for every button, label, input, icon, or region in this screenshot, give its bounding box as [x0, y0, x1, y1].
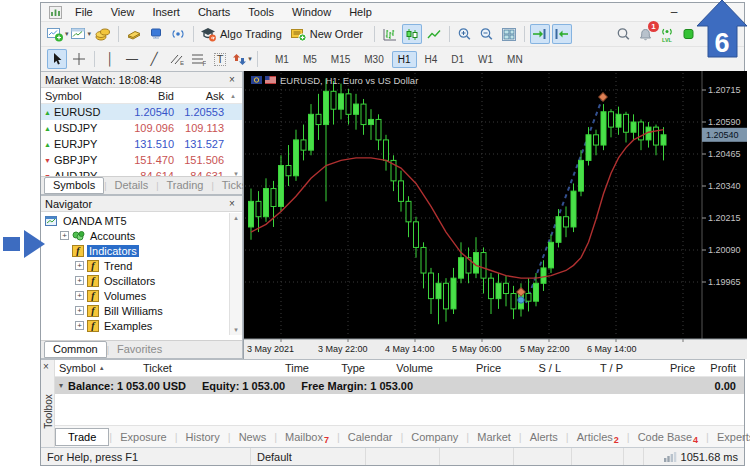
tab-experts[interactable]: Experts: [709, 428, 750, 446]
market-watch-row-eurusd[interactable]: ▲EURUSD1.205401.20553: [41, 104, 242, 120]
trendline-icon[interactable]: ╱: [144, 49, 164, 69]
bar-chart-icon[interactable]: [380, 24, 400, 44]
tab-trade[interactable]: Trade: [55, 428, 109, 446]
expand-icon[interactable]: +: [75, 306, 84, 315]
new-order-label[interactable]: New Order: [310, 28, 363, 40]
equidistant-channel-icon[interactable]: E: [166, 49, 186, 69]
tab-trading[interactable]: Trading: [159, 178, 212, 193]
timeframe-d1[interactable]: D1: [445, 51, 470, 68]
close-icon[interactable]: ×: [43, 361, 49, 372]
tab-symbols[interactable]: Symbols: [44, 177, 104, 194]
market-watch-scrollbar[interactable]: ▾: [230, 104, 242, 178]
column-ask[interactable]: Ask: [177, 90, 227, 102]
column-time[interactable]: Time: [229, 362, 317, 374]
balance-row[interactable]: ▾ Balance: 1 053.00 USD Equity: 1 053.00…: [55, 377, 744, 394]
column-profit[interactable]: Profit: [703, 362, 744, 374]
market-watch-row-audjpy[interactable]: ▼AUDJPY84.61484.631: [41, 168, 242, 176]
zoom-in-icon[interactable]: [455, 24, 475, 44]
status-profile[interactable]: Default: [251, 448, 366, 465]
expand-icon[interactable]: +: [75, 276, 84, 285]
algo-trading-label[interactable]: Algo Trading: [220, 28, 282, 40]
new-chart-button[interactable]: ▾: [47, 24, 69, 44]
new-order-button[interactable]: New Order: [290, 24, 369, 44]
close-icon[interactable]: ×: [226, 74, 238, 85]
market-watch-row-gbpjpy[interactable]: ▼GBPJPY151.470151.506: [41, 152, 242, 168]
line-chart-icon[interactable]: [424, 24, 444, 44]
data-window-icon[interactable]: [146, 24, 166, 44]
horizontal-line-icon[interactable]: —: [122, 49, 142, 69]
timeframe-mn[interactable]: MN: [501, 51, 529, 68]
crosshair-icon[interactable]: [69, 49, 89, 69]
notifications-bell-icon[interactable]: 1: [635, 24, 655, 44]
menu-tools[interactable]: Tools: [239, 4, 283, 20]
timeframe-h4[interactable]: H4: [419, 51, 444, 68]
scroll-down-icon[interactable]: ▾: [230, 326, 242, 334]
tab-details[interactable]: Details: [107, 178, 157, 193]
menu-help[interactable]: Help: [340, 4, 381, 20]
tab-calendar[interactable]: Calendar: [340, 428, 401, 446]
tab-market[interactable]: Market: [469, 428, 519, 446]
tab-mailbox[interactable]: Mailbox7: [277, 428, 337, 446]
candlestick-chart-icon[interactable]: [402, 24, 422, 44]
menu-charts[interactable]: Charts: [189, 4, 239, 20]
nav-item-bill-williams[interactable]: +fBill Williams: [41, 303, 229, 318]
navigator-header[interactable]: Navigator ×: [41, 196, 242, 212]
chart-shift-icon[interactable]: [552, 24, 572, 44]
tab-favorites[interactable]: Favorites: [109, 342, 170, 357]
column-symbol[interactable]: Symbol: [41, 90, 125, 102]
toolbox-side-label[interactable]: Toolbox: [43, 394, 54, 428]
market-watch-row-eurjpy[interactable]: ▲EURJPY131.510131.527: [41, 136, 242, 152]
nav-item-accounts[interactable]: +Accounts: [41, 228, 229, 243]
tab-exposure[interactable]: Exposure: [112, 428, 174, 446]
expand-icon[interactable]: +: [60, 231, 69, 240]
collapse-icon[interactable]: ▾: [59, 381, 63, 390]
chart-window[interactable]: 1.207151.205901.204651.203401.202151.200…: [243, 71, 746, 359]
column-t-p[interactable]: T / P: [569, 362, 631, 374]
menu-window[interactable]: Window: [283, 4, 340, 20]
timeframe-m1[interactable]: M1: [269, 51, 295, 68]
scroll-up-icon[interactable]: ▴: [227, 92, 239, 100]
nav-item-indicators[interactable]: fIndicators: [41, 243, 229, 258]
expand-icon[interactable]: +: [75, 291, 84, 300]
column-price[interactable]: Price: [441, 362, 509, 374]
timeframe-h1[interactable]: H1: [392, 51, 417, 68]
algo-trading-button[interactable]: Algo Trading: [199, 24, 288, 44]
chevron-down-icon[interactable]: ▾: [248, 55, 252, 63]
text-tool-icon[interactable]: T: [210, 49, 230, 69]
menu-view[interactable]: View: [102, 4, 144, 20]
chevron-down-icon[interactable]: ▾: [88, 30, 92, 38]
tile-windows-icon[interactable]: [499, 24, 519, 44]
nav-item-trend[interactable]: +fTrend: [41, 258, 229, 273]
menu-file[interactable]: File: [66, 4, 102, 20]
market-watch-row-usdjpy[interactable]: ▲USDJPY109.096109.113: [41, 120, 242, 136]
lvl-icon[interactable]: LVL: [657, 24, 677, 44]
timeframe-m15[interactable]: M15: [325, 51, 356, 68]
menu-insert[interactable]: Insert: [143, 4, 189, 20]
column-symbol[interactable]: Symbol▲: [55, 362, 139, 374]
column-type[interactable]: Type: [317, 362, 373, 374]
nav-item-oanda-mt5[interactable]: OANDA MT5: [41, 213, 229, 228]
market-watch-header[interactable]: Market Watch: 18:08:48 ×: [41, 72, 242, 88]
cursor-icon[interactable]: [47, 49, 67, 69]
arrows-tool-icon[interactable]: ▾: [232, 49, 252, 69]
column-volume[interactable]: Volume: [373, 362, 441, 374]
column-s-l[interactable]: S / L: [509, 362, 569, 374]
timeframe-w1[interactable]: W1: [472, 51, 499, 68]
vertical-line-icon[interactable]: │: [100, 49, 120, 69]
search-icon[interactable]: [613, 24, 633, 44]
expand-icon[interactable]: +: [75, 261, 84, 270]
tab-company[interactable]: Company: [403, 428, 466, 446]
books-icon[interactable]: [124, 24, 144, 44]
scroll-up-icon[interactable]: ▴: [230, 214, 242, 222]
nav-item-volumes[interactable]: +fVolumes: [41, 288, 229, 303]
expand-icon[interactable]: +: [75, 321, 84, 330]
tab-history[interactable]: History: [178, 428, 228, 446]
fibonacci-icon[interactable]: F: [188, 49, 208, 69]
nav-item-examples[interactable]: +fExamples: [41, 318, 229, 333]
close-icon[interactable]: ×: [226, 198, 238, 209]
timeframe-m30[interactable]: M30: [358, 51, 389, 68]
profiles-button[interactable]: ▾: [71, 24, 92, 44]
coins-icon[interactable]: [93, 24, 113, 44]
tab-news[interactable]: News: [231, 428, 275, 446]
tab-articles[interactable]: Articles2: [569, 428, 627, 446]
